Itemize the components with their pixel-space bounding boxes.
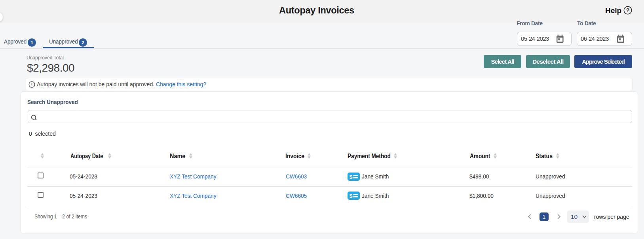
svg-text:$: $ — [350, 174, 353, 180]
svg-text:?: ? — [626, 7, 630, 13]
svg-text:$: $ — [350, 193, 353, 199]
